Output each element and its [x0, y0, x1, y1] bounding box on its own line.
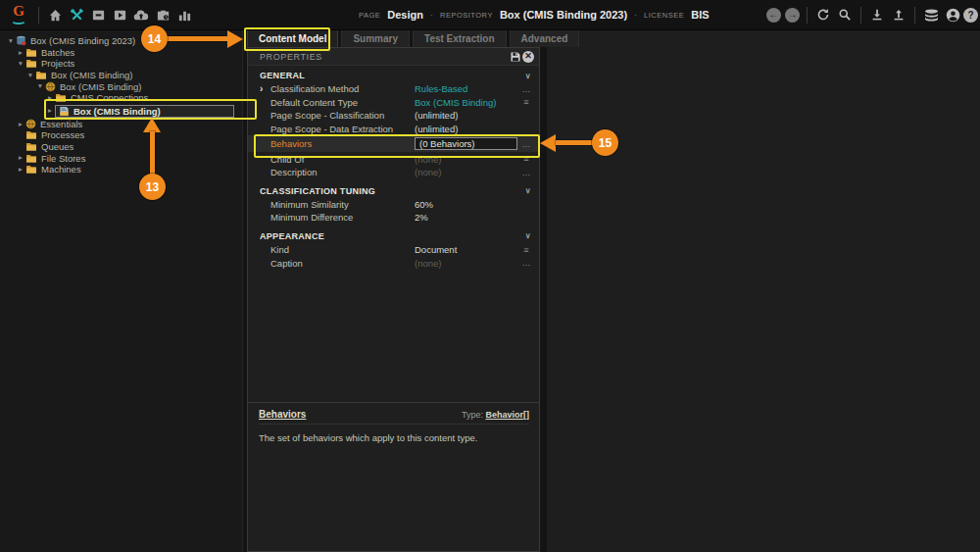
- help-icon[interactable]: ?: [963, 8, 978, 23]
- upload-icon[interactable]: [890, 6, 907, 24]
- tree-item-label: File Stores: [41, 153, 85, 164]
- ellipsis-icon[interactable]: …: [517, 139, 535, 149]
- tree-expander-icon[interactable]: ▸: [16, 49, 25, 57]
- tree-item[interactable]: ▾Box (CMIS Binding): [0, 80, 242, 92]
- help-title-row: Behaviors Type: Behavior[]: [259, 409, 529, 425]
- tree-item[interactable]: ▾Projects: [0, 58, 242, 70]
- media-play-box-icon[interactable]: [111, 6, 128, 24]
- property-value[interactable]: Document: [415, 244, 517, 255]
- tree-item[interactable]: ▸Essentials: [0, 119, 242, 130]
- bar-chart-icon[interactable]: [175, 6, 193, 24]
- properties-title: PROPERTIES: [260, 52, 506, 62]
- tree-item[interactable]: ▸CMIS Connections: [0, 92, 242, 104]
- tree-item[interactable]: Queues: [0, 141, 242, 153]
- tree-expander-icon[interactable]: ▸: [16, 121, 25, 128]
- ellipsis-icon[interactable]: …: [517, 84, 535, 94]
- download-icon[interactable]: [868, 6, 886, 24]
- tree-expander-icon[interactable]: ▾: [35, 82, 45, 90]
- property-value[interactable]: (none): [415, 167, 517, 177]
- property-help-area: Behaviors Type: Behavior[] The set of be…: [248, 402, 539, 443]
- property-row-page-scope-data-extraction[interactable]: Page Scope - Data Extraction(unlimited): [248, 123, 539, 136]
- tree-item-label: Essentials: [40, 119, 82, 129]
- annotation-arrow-shaft-15: [556, 140, 595, 145]
- close-icon[interactable]: ✕: [522, 51, 534, 63]
- property-value[interactable]: Rules-Based: [415, 83, 517, 94]
- property-value[interactable]: 2%: [415, 212, 517, 223]
- grooper-logo[interactable]: G: [4, 5, 33, 25]
- batch-box-icon[interactable]: [89, 6, 107, 24]
- tree-expander-icon[interactable]: ▸: [16, 166, 25, 174]
- tree-item-selected[interactable]: ▸Box (CMIS Binding): [0, 104, 242, 119]
- property-value[interactable]: (none): [415, 154, 517, 165]
- property-label: Minimum Difference: [270, 212, 415, 223]
- property-label: Default Content Type: [270, 97, 415, 108]
- menu-icon[interactable]: ≡: [517, 245, 535, 255]
- database-icon[interactable]: [922, 6, 940, 24]
- property-row-page-scope-classification[interactable]: Page Scope - Classification(unlimited): [248, 109, 539, 123]
- nav-divider: [807, 7, 808, 24]
- property-row-behaviors[interactable]: Behaviors(0 Behaviors)…: [248, 135, 539, 152]
- tree-item[interactable]: ▾Box (CMIS Binding): [0, 70, 242, 81]
- chevron-down-icon[interactable]: ∨: [525, 186, 531, 195]
- repository-value[interactable]: Box (CMIS Binding 2023): [500, 9, 627, 21]
- section-header-appearance[interactable]: APPEARANCE∨: [248, 229, 539, 243]
- back-icon[interactable]: ←: [766, 8, 781, 23]
- tab-summary[interactable]: Summary: [341, 29, 410, 47]
- property-row-classification-method[interactable]: ›Classification MethodRules-Based…: [248, 82, 539, 96]
- property-label: Description: [270, 167, 415, 177]
- save-icon[interactable]: [509, 50, 522, 64]
- tree-item-body: Box (CMIS Binding): [45, 81, 141, 92]
- jobs-briefcase-icon[interactable]: [154, 6, 172, 24]
- chevron-down-icon[interactable]: ∨: [525, 72, 531, 80]
- property-row-minimum-difference[interactable]: Minimum Difference2%: [248, 211, 539, 225]
- tree-expander-icon[interactable]: ▾: [6, 37, 16, 45]
- section-header-classification-tuning[interactable]: CLASSIFICATION TUNING∨: [248, 184, 539, 198]
- property-row-description[interactable]: Description(none)…: [248, 166, 539, 179]
- tree-item[interactable]: ▸Machines: [0, 164, 242, 176]
- refresh-icon[interactable]: [814, 6, 832, 24]
- property-value[interactable]: (unlimited): [415, 124, 517, 134]
- tab-content-model[interactable]: Content Model: [247, 29, 338, 47]
- property-row-caption[interactable]: Caption(none)…: [248, 256, 539, 270]
- tab-advanced[interactable]: Advanced: [510, 29, 580, 47]
- tree-item[interactable]: Processes: [0, 129, 242, 141]
- tree-expander-icon[interactable]: ▾: [16, 60, 25, 68]
- help-type-value[interactable]: Behavior[]: [485, 410, 529, 420]
- property-value-editor[interactable]: (0 Behaviors): [415, 137, 517, 150]
- ellipsis-icon[interactable]: …: [517, 168, 535, 177]
- property-row-default-content-type[interactable]: Default Content TypeBox (CMIS Binding)≡: [248, 96, 539, 110]
- tree-expander-icon[interactable]: ▸: [45, 107, 55, 115]
- property-row-kind[interactable]: KindDocument≡: [248, 243, 539, 257]
- tree-item-label: Box (CMIS Binding): [74, 106, 161, 117]
- toolbar-icon-group: [44, 6, 195, 24]
- tree-item-body: Box (CMIS Binding): [55, 105, 234, 118]
- design-tools-icon[interactable]: [68, 6, 85, 24]
- menu-icon[interactable]: ≡: [517, 97, 535, 107]
- tree-expander-icon[interactable]: ▸: [16, 154, 25, 162]
- tree-item[interactable]: ▸Batches: [0, 47, 242, 59]
- property-value[interactable]: (none): [415, 258, 517, 269]
- property-value[interactable]: 60%: [415, 199, 517, 210]
- forward-icon[interactable]: →: [785, 8, 800, 23]
- chevron-down-icon[interactable]: ∨: [525, 231, 531, 240]
- globe-icon: [45, 81, 56, 92]
- menu-icon[interactable]: ≡: [517, 154, 535, 164]
- search-icon[interactable]: [836, 6, 854, 24]
- tree-item[interactable]: ▸File Stores: [0, 152, 242, 164]
- page-value[interactable]: Design: [387, 9, 423, 21]
- user-icon[interactable]: [944, 6, 961, 24]
- help-property-name: Behaviors: [259, 409, 462, 420]
- home-icon[interactable]: [46, 6, 64, 24]
- cloud-upload-icon[interactable]: [132, 6, 150, 24]
- tree-expander-icon[interactable]: ▸: [45, 94, 55, 102]
- tree-expander-icon[interactable]: ▾: [25, 72, 35, 79]
- row-expander-icon[interactable]: ›: [260, 84, 270, 94]
- section-header-general[interactable]: GENERAL∨: [248, 69, 539, 82]
- property-value[interactable]: (unlimited): [415, 110, 517, 121]
- property-row-minimum-similarity[interactable]: Minimum Similarity60%: [248, 198, 539, 212]
- section-header-label: GENERAL: [260, 71, 525, 80]
- tab-test-extraction[interactable]: Test Extraction: [413, 29, 507, 47]
- property-row-child-of[interactable]: Child Of(none)≡: [248, 152, 539, 166]
- ellipsis-icon[interactable]: …: [517, 258, 535, 268]
- property-value[interactable]: Box (CMIS Binding): [415, 97, 517, 108]
